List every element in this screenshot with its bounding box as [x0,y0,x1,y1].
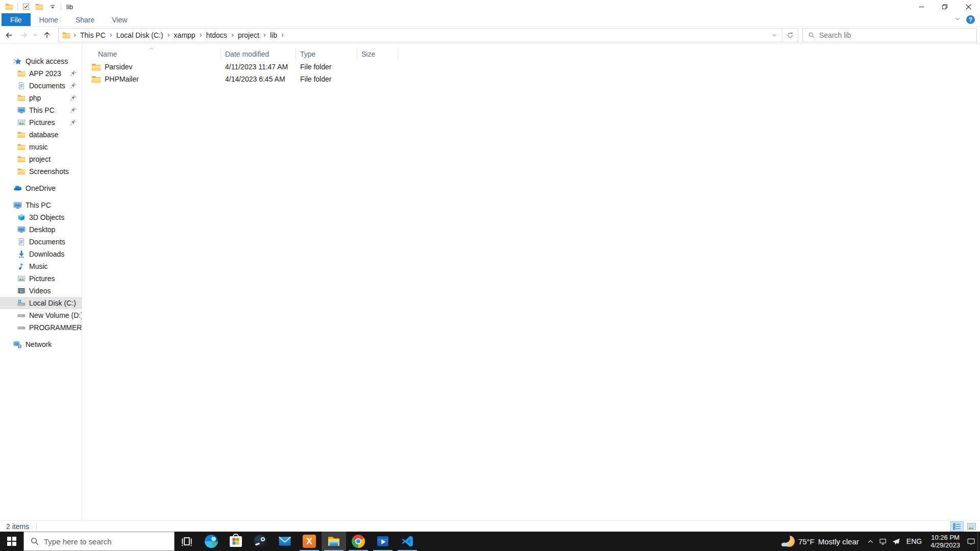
new-folder-icon[interactable] [34,2,44,12]
file-type: File folder [296,75,357,83]
folder-icon [17,131,26,139]
address-folder-icon [59,31,72,39]
column-header-type[interactable]: Type [296,48,357,60]
file-row-parsidev[interactable]: Parsidev 4/11/2023 11:47 AM File folder [82,61,980,72]
explorer-search-input[interactable] [819,31,976,39]
taskbar-app-movies-tv[interactable] [371,532,395,551]
tab-share[interactable]: Share [67,13,103,26]
language-indicator[interactable]: ENG [902,537,926,545]
customize-qat-dropdown[interactable] [47,2,58,12]
breadcrumb-xampp[interactable]: xampp [171,29,199,42]
file-name: Parsidev [105,63,132,71]
weather-widget[interactable]: 75°F Mostly clear [778,536,864,547]
chrome-icon [352,535,365,548]
large-icons-view-button[interactable] [965,521,978,532]
sidebar-item-documents[interactable]: Documents [0,236,82,248]
sidebar-item-desktop[interactable]: Desktop [0,223,82,236]
taskbar-app-steam[interactable] [248,532,273,551]
main-area: Quick access APP 2023 Documents php This… [0,44,980,520]
sidebar-item-project[interactable]: project [0,153,82,165]
sidebar-item-local-disk-c[interactable]: Local Disk (C:) [0,297,82,309]
taskbar-search-box[interactable] [23,532,175,551]
properties-check-icon[interactable] [21,2,31,12]
3d-cube-icon [17,213,26,221]
breadcrumb-separator: › [230,30,235,39]
sidebar-item-pictures[interactable]: Pictures [0,272,82,285]
sidebar-item-screenshots[interactable]: Screenshots [0,165,82,178]
column-header-size[interactable]: Size [357,48,398,60]
explorer-search-box[interactable] [802,28,977,42]
sidebar-item-this-pc-pinned[interactable]: This PC [0,104,82,116]
sidebar-section-quick-access[interactable]: Quick access [0,55,82,67]
taskbar-app-mail[interactable] [273,532,297,551]
sidebar-section-this-pc[interactable]: This PC [0,199,82,211]
file-row-phpmailer[interactable]: PHPMailer 4/14/2023 6:45 AM File folder [82,73,980,85]
sidebar-section-network[interactable]: Network [0,338,82,350]
title-bar: lib [0,0,980,13]
minimize-button[interactable] [910,0,933,13]
breadcrumb-local-disk-c[interactable]: Local Disk (C:) [113,29,166,42]
taskbar-app-chrome[interactable] [346,532,371,551]
taskbar-app-xampp[interactable]: X [297,532,322,551]
file-date-modified: 4/14/2023 6:45 AM [221,75,296,83]
ribbon-right-controls: ? [954,13,980,26]
tab-file[interactable]: File [2,13,31,26]
steam-icon [254,535,267,548]
breadcrumb-htdocs[interactable]: htdocs [203,29,230,42]
task-view-icon [180,535,193,548]
tab-view[interactable]: View [103,13,136,26]
hidden-icons-chevron-icon[interactable] [864,532,877,551]
view-toggles [950,521,978,532]
file-date-modified: 4/11/2023 11:47 AM [221,63,296,71]
breadcrumb-lib[interactable]: lib [267,29,280,42]
task-view-button[interactable] [175,532,199,551]
column-header-date-modified[interactable]: Date modified [221,48,296,60]
sidebar-item-music-library[interactable]: Music [0,260,82,272]
taskbar-app-store[interactable] [224,532,248,551]
breadcrumb-separator: › [199,30,203,39]
address-bar[interactable]: › This PC › Local Disk (C:) › xampp › ht… [58,28,798,42]
taskbar-app-vscode[interactable] [395,532,420,551]
refresh-icon[interactable] [782,29,798,42]
sidebar-item-new-volume-d[interactable]: New Volume (D:) [0,309,82,321]
breadcrumb-this-pc[interactable]: This PC [77,29,109,42]
sort-ascending-chevron-icon[interactable] [149,45,154,53]
expand-ribbon-chevron-icon[interactable] [954,15,961,24]
sidebar-item-app-2023[interactable]: APP 2023 [0,67,82,80]
clock[interactable]: 10:26 PM 4/29/2023 [926,534,965,549]
close-button[interactable] [957,0,980,13]
show-desktop-button[interactable] [977,532,980,551]
sidebar-item-3d-objects[interactable]: 3D Objects [0,211,82,223]
time: 10:26 PM [930,534,960,541]
taskbar-app-file-explorer[interactable] [322,532,346,551]
forward-button[interactable] [16,28,31,42]
taskbar-search-input[interactable] [44,537,174,546]
up-button[interactable] [40,28,54,42]
details-view-button[interactable] [950,521,964,532]
airplane-tray-icon[interactable] [890,532,902,551]
sidebar-item-videos[interactable]: Videos [0,285,82,297]
action-center-icon[interactable] [965,532,977,551]
sidebar-section-onedrive[interactable]: OneDrive [0,182,82,194]
sidebar-item-programmer-k[interactable]: PROGRAMMER (K:) [0,321,82,334]
address-history-chevron-icon[interactable] [767,29,782,42]
network-tray-icon[interactable] [877,532,890,551]
sidebar-item-downloads[interactable]: Downloads [0,248,82,260]
recent-locations-chevron-icon[interactable] [31,28,40,42]
toolbar-divider [61,3,61,10]
sidebar-item-php[interactable]: php [0,92,82,104]
help-icon[interactable]: ? [966,15,975,24]
weather-condition: Mostly clear [818,537,859,546]
window-controls [910,0,980,13]
sidebar-item-database[interactable]: database [0,129,82,141]
taskbar-app-edge[interactable] [199,532,224,551]
sidebar-item-documents-pinned[interactable]: Documents [0,80,82,92]
windows-logo-icon [7,537,16,546]
tab-home[interactable]: Home [31,13,67,26]
restore-button[interactable] [933,0,957,13]
sidebar-item-pictures-pinned[interactable]: Pictures [0,116,82,129]
back-button[interactable] [2,28,16,42]
breadcrumb-project[interactable]: project [235,29,262,42]
sidebar-item-music[interactable]: music [0,141,82,153]
start-button[interactable] [0,532,23,551]
